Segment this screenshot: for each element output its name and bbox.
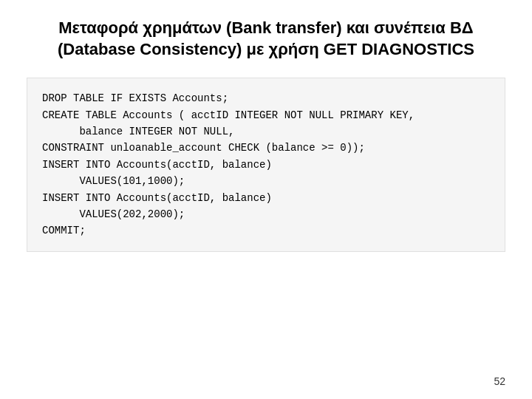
page-container: Μεταφορά χρημάτων (Bank transfer) και συ… [0, 0, 532, 399]
code-block: DROP TABLE IF EXISTS Accounts; CREATE TA… [27, 78, 505, 252]
page-number: 52 [494, 375, 505, 387]
page-title: Μεταφορά χρημάτων (Bank transfer) και συ… [27, 18, 505, 60]
